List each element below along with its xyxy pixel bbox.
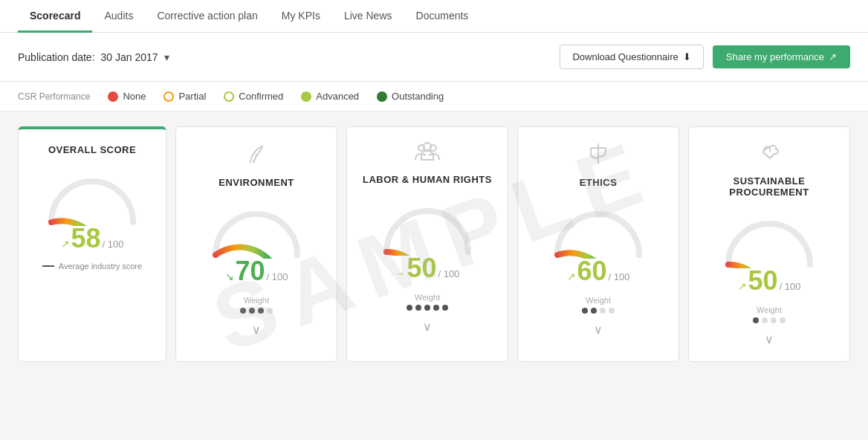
weight-dots <box>582 308 615 314</box>
download-questionnaire-button[interactable]: Download Questionnaire ⬇ <box>560 45 703 69</box>
weight-dot <box>249 308 255 314</box>
environment-icon <box>244 142 268 171</box>
weight-dot <box>762 317 768 323</box>
weight-section: Weight <box>582 296 615 314</box>
labor-icon <box>414 142 441 168</box>
trend-icon-overall: ↗ <box>61 238 70 250</box>
tab-scorecard[interactable]: Scorecard <box>18 1 92 33</box>
score-row-ethics: ↗ 60 / 100 <box>567 256 630 287</box>
pub-date-value: 30 Jan 2017 <box>101 51 158 63</box>
share-icon: ↗ <box>829 51 837 62</box>
trend-icon-environment: ↘ <box>225 271 234 282</box>
legend-confirmed-label: Confirmed <box>239 91 283 102</box>
tab-audits[interactable]: Audits <box>92 1 145 33</box>
weight-dot <box>600 308 606 314</box>
card-expand-labor[interactable]: ∨ <box>423 320 432 334</box>
score-value-procurement: 50 <box>748 265 778 297</box>
score-max-overall: / 100 <box>103 239 124 250</box>
avg-industry-line: Average industry score <box>42 262 142 271</box>
weight-label: Weight <box>240 296 273 305</box>
weight-dot <box>433 305 439 311</box>
share-label: Share my performance <box>726 51 824 62</box>
avg-label: Average industry score <box>59 262 142 271</box>
procurement-icon <box>758 142 780 169</box>
gauge-ethics <box>550 203 647 259</box>
score-value-labor: 50 <box>407 253 437 284</box>
legend-outstanding: Outstanding <box>377 91 444 102</box>
legend-advanced: Advanced <box>301 91 359 102</box>
legend-advanced-label: Advanced <box>316 91 359 102</box>
card-environment: ENVIRONMENT ↘ 70 / 100 Weigh <box>175 126 337 362</box>
tab-livenews[interactable]: Live News <box>332 1 404 33</box>
weight-section: Weight <box>407 293 448 311</box>
card-title-overall: OVERALL SCORE <box>48 144 136 155</box>
weight-dots <box>407 305 448 311</box>
trend-icon-labor: → <box>395 268 406 279</box>
download-label: Download Questionnaire <box>572 51 678 62</box>
weight-dot <box>582 308 588 314</box>
card-labor: LABOR & HUMAN RIGHTS → 50 / 100 <box>346 126 508 362</box>
weight-dot <box>415 305 421 311</box>
score-max-ethics: / 100 <box>609 271 630 282</box>
card-title-labor: LABOR & HUMAN RIGHTS <box>363 174 492 185</box>
weight-dot <box>407 305 412 311</box>
ethics-icon <box>587 142 609 171</box>
weight-dot <box>771 317 777 323</box>
avg-dash-icon <box>42 265 54 267</box>
tab-kpis[interactable]: My KPIs <box>270 1 332 33</box>
navigation-bar: Scorecard Audits Corrective action plan … <box>0 0 868 33</box>
trend-icon-ethics: ↗ <box>567 271 576 282</box>
tab-documents[interactable]: Documents <box>404 1 481 33</box>
gauge-labor <box>379 200 476 256</box>
gauge-procurement <box>721 213 817 268</box>
dot-advanced-icon <box>301 91 311 102</box>
weight-label: Weight <box>753 305 786 314</box>
legend-partial: Partial <box>163 91 206 102</box>
score-row-environment: ↘ 70 / 100 <box>225 256 288 287</box>
dot-none-icon <box>108 91 118 102</box>
gauge-environment <box>208 203 305 259</box>
card-overall: OVERALL SCORE ↗ 58 / 100 Average in <box>18 126 166 362</box>
csr-label: CSR Performance <box>18 91 90 102</box>
legend-confirmed: Confirmed <box>224 91 283 102</box>
trend-icon-procurement: ↗ <box>738 280 747 292</box>
weight-dot <box>267 308 273 314</box>
weight-label: Weight <box>407 293 448 302</box>
share-performance-button[interactable]: Share my performance ↗ <box>713 45 850 68</box>
tab-corrective[interactable]: Corrective action plan <box>145 1 269 33</box>
card-ethics: ETHICS ↗ 60 / 100 Weight <box>517 126 679 362</box>
weight-dots <box>240 308 273 314</box>
weight-dot <box>753 317 759 323</box>
score-max-procurement: / 100 <box>780 281 801 292</box>
score-max-environment: / 100 <box>267 271 288 282</box>
card-title-environment: ENVIRONMENT <box>218 177 294 188</box>
legend-bar: CSR Performance None Partial Confirmed A… <box>0 82 868 111</box>
score-row-labor: → 50 / 100 <box>395 253 460 284</box>
dot-partial-icon <box>163 91 174 102</box>
pub-date-label: Publication date: <box>18 51 95 63</box>
weight-dot <box>258 308 264 314</box>
card-expand-procurement[interactable]: ∨ <box>765 332 774 346</box>
card-procurement: SUSTAINABLE PROCUREMENT ↗ 50 / 100 <box>688 126 850 362</box>
score-row-overall: ↗ 58 / 100 <box>61 223 124 254</box>
score-value-overall: 58 <box>71 223 101 254</box>
weight-dot <box>240 308 246 314</box>
score-value-environment: 70 <box>236 256 265 287</box>
gauge-overall <box>44 170 140 226</box>
score-cards-row: OVERALL SCORE ↗ 58 / 100 Average in <box>18 126 850 362</box>
legend-partial-label: Partial <box>178 91 206 102</box>
card-expand-ethics[interactable]: ∨ <box>594 323 603 337</box>
weight-dot <box>591 308 597 314</box>
legend-outstanding-label: Outstanding <box>392 91 444 102</box>
toolbar: Publication date: 30 Jan 2017 ▾ Download… <box>0 33 868 82</box>
weight-dots <box>753 317 786 323</box>
dot-confirmed-icon <box>224 91 234 102</box>
card-title-procurement: SUSTAINABLE PROCUREMENT <box>701 175 838 198</box>
main-content: SAMPLE OVERALL SCORE ↗ 58 / 100 <box>0 111 868 377</box>
card-expand-environment[interactable]: ∨ <box>252 323 261 337</box>
weight-dot <box>780 317 786 323</box>
card-title-ethics: ETHICS <box>580 177 618 188</box>
publication-date-section: Publication date: 30 Jan 2017 ▾ <box>18 51 169 63</box>
pub-date-dropdown[interactable]: ▾ <box>164 51 169 63</box>
dot-outstanding-icon <box>377 91 387 102</box>
